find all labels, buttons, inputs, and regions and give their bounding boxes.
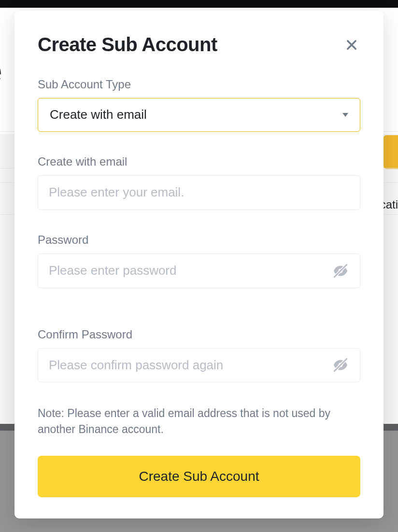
email-input[interactable]: [49, 185, 349, 200]
close-icon: [345, 38, 358, 52]
bg-stripe: [0, 0, 398, 8]
confirm-password-input-wrapper: [38, 348, 360, 383]
email-label: Create with email: [38, 155, 360, 168]
modal-header: Create Sub Account: [38, 34, 360, 56]
password-input-wrapper: [38, 253, 360, 288]
create-sub-account-button[interactable]: Create Sub Account: [38, 456, 360, 497]
password-input[interactable]: [49, 263, 332, 278]
create-sub-account-modal: Create Sub Account Sub Account Type Crea…: [14, 11, 384, 518]
sub-account-type-label: Sub Account Type: [38, 78, 360, 91]
toggle-confirm-password-visibility[interactable]: [332, 356, 349, 374]
confirm-password-input[interactable]: [49, 358, 332, 373]
bg-text-fragment: e: [0, 48, 2, 93]
sub-account-type-select[interactable]: Create with email: [38, 98, 360, 132]
toggle-password-visibility[interactable]: [332, 262, 349, 280]
email-input-wrapper: [38, 175, 360, 210]
note-text: Note: Please enter a valid email address…: [38, 406, 360, 437]
select-value: Create with email: [50, 107, 147, 122]
modal-title: Create Sub Account: [38, 34, 217, 56]
bg-button-fragment: [384, 135, 398, 169]
close-button[interactable]: [343, 36, 360, 54]
password-label: Password: [38, 233, 360, 247]
chevron-down-icon: [342, 113, 348, 117]
confirm-password-label: Confirm Password: [38, 328, 360, 341]
eye-off-icon: [332, 263, 349, 279]
eye-off-icon: [332, 357, 349, 373]
